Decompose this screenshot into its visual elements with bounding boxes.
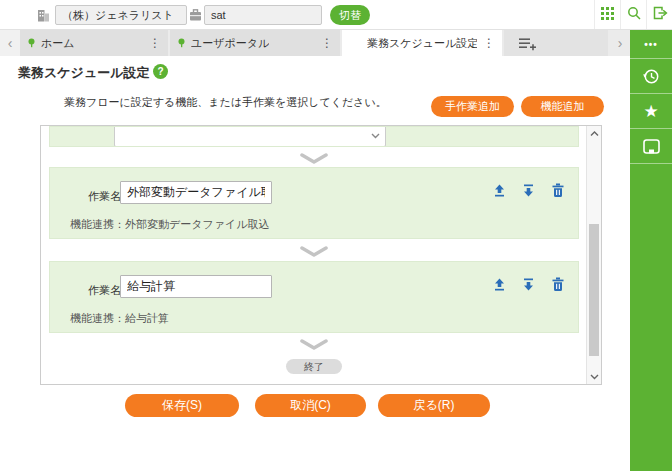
- tab-menu-icon[interactable]: ⋮: [143, 36, 161, 50]
- user-icon: [188, 8, 203, 23]
- flow-arrow-icon: [299, 337, 329, 349]
- move-up-button[interactable]: [491, 182, 508, 199]
- tab-home[interactable]: ホーム ⋮: [20, 30, 168, 56]
- sidebar-history-button[interactable]: [630, 59, 672, 94]
- delete-button[interactable]: [549, 276, 566, 293]
- scroll-up-icon[interactable]: [587, 127, 601, 140]
- tab-schedule-settings[interactable]: 業務スケジュール設定 ⋮: [342, 30, 502, 56]
- select-chevron-icon: [371, 133, 380, 139]
- add-tab-icon[interactable]: [518, 36, 537, 51]
- tabs-forward-button[interactable]: ›: [610, 30, 630, 56]
- logout-button[interactable]: [646, 0, 672, 29]
- more-icon: •••: [644, 39, 658, 50]
- logout-icon: [652, 6, 668, 24]
- scroll-down-icon[interactable]: [587, 370, 601, 383]
- tab-menu-icon[interactable]: ⋮: [477, 36, 495, 50]
- flow-item-task: 作業名 機能連携：給与計算: [49, 261, 579, 333]
- help-icon[interactable]: ?: [153, 64, 168, 79]
- pin-icon: [27, 38, 36, 48]
- function-link-text: 機能連携：外部変動データファイル取込: [70, 217, 270, 232]
- move-up-button[interactable]: [491, 276, 508, 293]
- function-select[interactable]: [114, 126, 386, 147]
- sidebar: ••• ★: [630, 30, 672, 471]
- add-function-button[interactable]: 機能追加: [521, 96, 604, 117]
- company-input[interactable]: [55, 5, 187, 25]
- task-actions: [491, 182, 566, 199]
- user-input[interactable]: [204, 5, 322, 25]
- function-link-text: 機能連携：給与計算: [70, 311, 169, 326]
- page-title: 業務スケジュール設定: [18, 64, 150, 82]
- move-down-button[interactable]: [520, 182, 537, 199]
- scrollbar-thumb[interactable]: [589, 224, 599, 356]
- cancel-button[interactable]: 取消(C): [255, 394, 366, 417]
- tab-label: ホーム: [41, 36, 75, 51]
- flow-arrow-icon: [299, 151, 329, 163]
- sidebar-screen-button[interactable]: [630, 129, 672, 164]
- app-window: 切替 ‹ ホーム: [0, 0, 672, 471]
- topbar: 切替: [0, 0, 672, 30]
- delete-button[interactable]: [549, 182, 566, 199]
- tab-user-portal[interactable]: ユーザポータル ⋮: [170, 30, 340, 56]
- flow-arrow-icon: [299, 244, 329, 256]
- tabbar: ‹ ホーム ⋮ ユーザポータル ⋮ 業務スケジュール設定 ⋮ ›: [0, 30, 630, 56]
- task-name-input[interactable]: [120, 181, 272, 204]
- move-down-button[interactable]: [520, 276, 537, 293]
- scrollbar[interactable]: [586, 126, 601, 384]
- apps-grid-button[interactable]: [594, 0, 620, 29]
- history-icon: [641, 66, 661, 86]
- tab-label: 業務スケジュール設定: [367, 36, 477, 51]
- company-icon: [36, 8, 51, 23]
- add-manual-task-button[interactable]: 手作業追加: [431, 96, 514, 117]
- back-button[interactable]: 戻る(R): [378, 394, 490, 417]
- pin-icon: [177, 38, 186, 48]
- flow-list: 作業名 機能連携：外部変動データファイル取込 作業名: [40, 125, 602, 385]
- tab-menu-icon[interactable]: ⋮: [315, 36, 333, 50]
- sidebar-favorites-button[interactable]: ★: [630, 94, 672, 129]
- topbar-actions: [594, 0, 672, 29]
- task-actions: [491, 276, 566, 293]
- task-name-input[interactable]: [120, 275, 272, 298]
- end-marker: 終了: [286, 359, 342, 374]
- instruction-text: 業務フローに設定する機能、または手作業を選択してください。: [64, 95, 387, 110]
- save-button[interactable]: 保存(S): [125, 394, 239, 417]
- sidebar-more-button[interactable]: •••: [630, 30, 672, 59]
- apps-grid-icon: [601, 6, 614, 24]
- search-button[interactable]: [620, 0, 646, 29]
- search-icon: [627, 6, 641, 24]
- tabs-back-button[interactable]: ‹: [0, 30, 20, 56]
- task-name-label: 作業名: [88, 189, 121, 204]
- tab-label: ユーザポータル: [191, 36, 269, 51]
- task-name-label: 作業名: [88, 283, 121, 298]
- screen-icon: [642, 138, 661, 155]
- flow-item-task: 作業名 機能連携：外部変動データファイル取込: [49, 167, 579, 239]
- star-icon: ★: [643, 103, 658, 120]
- tab-strip: [504, 30, 608, 56]
- switch-button[interactable]: 切替: [330, 5, 370, 25]
- flow-item-partial: [49, 126, 579, 147]
